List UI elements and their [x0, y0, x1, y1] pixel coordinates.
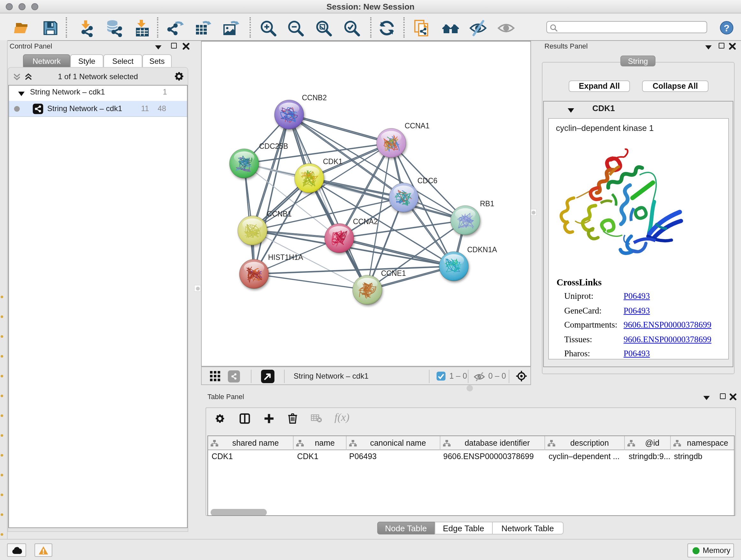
svg-text:CCNB1: CCNB1 — [267, 210, 292, 218]
svg-text:CCNA2: CCNA2 — [353, 217, 378, 226]
svg-text:CDC25B: CDC25B — [259, 142, 288, 150]
svg-text:CCNA1: CCNA1 — [405, 122, 429, 130]
svg-text:CDC6: CDC6 — [417, 177, 437, 185]
svg-text:CCNB2: CCNB2 — [302, 94, 327, 102]
svg-text:HIST1H1A: HIST1H1A — [268, 253, 304, 261]
svg-text:CDK1: CDK1 — [323, 158, 342, 166]
svg-text:RB1: RB1 — [480, 199, 494, 208]
svg-text:CDKN1A: CDKN1A — [467, 246, 497, 254]
svg-text:CCNE1: CCNE1 — [381, 269, 406, 277]
